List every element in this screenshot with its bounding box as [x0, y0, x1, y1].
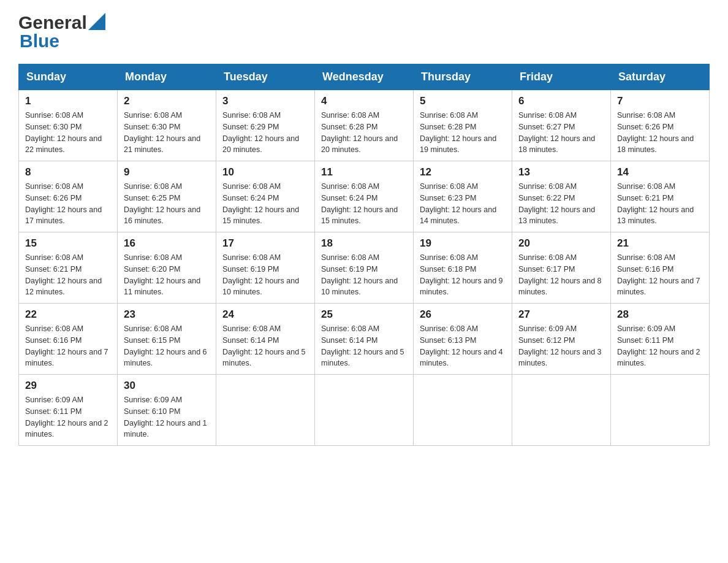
logo-general-text: General — [18, 12, 87, 33]
day-number: 14 — [617, 166, 703, 178]
day-cell: 27 Sunrise: 6:09 AMSunset: 6:12 PMDaylig… — [512, 304, 611, 375]
day-cell: 16 Sunrise: 6:08 AMSunset: 6:20 PMDaylig… — [118, 232, 216, 304]
weekday-header-thursday: Thursday — [414, 64, 512, 90]
week-row-4: 22 Sunrise: 6:08 AMSunset: 6:16 PMDaylig… — [19, 304, 710, 375]
week-row-5: 29 Sunrise: 6:09 AMSunset: 6:11 PMDaylig… — [19, 375, 710, 446]
day-cell: 2 Sunrise: 6:08 AMSunset: 6:30 PMDayligh… — [118, 90, 216, 161]
svg-marker-0 — [88, 13, 105, 30]
day-cell: 13 Sunrise: 6:08 AMSunset: 6:22 PMDaylig… — [512, 161, 611, 232]
day-info: Sunrise: 6:08 AMSunset: 6:16 PMDaylight:… — [617, 253, 700, 296]
weekday-header-sunday: Sunday — [19, 64, 118, 90]
day-cell: 5 Sunrise: 6:08 AMSunset: 6:28 PMDayligh… — [414, 90, 512, 161]
logo-triangle-icon — [88, 13, 105, 30]
weekday-header-tuesday: Tuesday — [216, 64, 315, 90]
day-number: 11 — [321, 166, 407, 178]
day-info: Sunrise: 6:09 AMSunset: 6:11 PMDaylight:… — [25, 396, 108, 439]
day-cell: 6 Sunrise: 6:08 AMSunset: 6:27 PMDayligh… — [512, 90, 611, 161]
weekday-header-saturday: Saturday — [611, 64, 710, 90]
day-number: 16 — [124, 237, 210, 250]
day-cell: 1 Sunrise: 6:08 AMSunset: 6:30 PMDayligh… — [19, 90, 118, 161]
weekday-header-wednesday: Wednesday — [315, 64, 414, 90]
day-number: 25 — [321, 308, 407, 321]
day-info: Sunrise: 6:08 AMSunset: 6:19 PMDaylight:… — [321, 253, 398, 296]
day-info: Sunrise: 6:08 AMSunset: 6:16 PMDaylight:… — [25, 324, 108, 367]
day-cell: 3 Sunrise: 6:08 AMSunset: 6:29 PMDayligh… — [216, 90, 315, 161]
day-cell: 17 Sunrise: 6:08 AMSunset: 6:19 PMDaylig… — [216, 232, 315, 304]
day-cell: 11 Sunrise: 6:08 AMSunset: 6:24 PMDaylig… — [315, 161, 414, 232]
day-cell: 20 Sunrise: 6:08 AMSunset: 6:17 PMDaylig… — [512, 232, 611, 304]
day-info: Sunrise: 6:08 AMSunset: 6:28 PMDaylight:… — [321, 111, 398, 154]
day-number: 24 — [222, 308, 308, 321]
day-info: Sunrise: 6:08 AMSunset: 6:20 PMDaylight:… — [124, 253, 200, 296]
day-cell: 10 Sunrise: 6:08 AMSunset: 6:24 PMDaylig… — [216, 161, 315, 232]
day-number: 15 — [25, 237, 111, 250]
day-number: 6 — [518, 95, 604, 107]
weekday-header-row: SundayMondayTuesdayWednesdayThursdayFrid… — [19, 64, 710, 90]
day-number: 23 — [124, 308, 210, 321]
day-cell: 7 Sunrise: 6:08 AMSunset: 6:26 PMDayligh… — [611, 90, 710, 161]
day-number: 30 — [124, 380, 210, 392]
logo-blue-text: Blue — [20, 31, 59, 52]
day-cell: 12 Sunrise: 6:08 AMSunset: 6:23 PMDaylig… — [414, 161, 512, 232]
day-number: 20 — [518, 237, 604, 250]
day-info: Sunrise: 6:08 AMSunset: 6:24 PMDaylight:… — [321, 182, 398, 225]
day-number: 1 — [25, 95, 111, 107]
logo: General Blue — [18, 12, 105, 52]
day-number: 4 — [321, 95, 407, 107]
day-number: 13 — [518, 166, 604, 178]
day-number: 12 — [420, 166, 506, 178]
day-info: Sunrise: 6:08 AMSunset: 6:24 PMDaylight:… — [222, 182, 299, 225]
day-cell: 14 Sunrise: 6:08 AMSunset: 6:21 PMDaylig… — [611, 161, 710, 232]
day-cell: 30 Sunrise: 6:09 AMSunset: 6:10 PMDaylig… — [118, 375, 216, 446]
day-number: 2 — [124, 95, 210, 107]
day-info: Sunrise: 6:08 AMSunset: 6:17 PMDaylight:… — [518, 253, 602, 296]
day-info: Sunrise: 6:09 AMSunset: 6:12 PMDaylight:… — [518, 324, 602, 367]
day-number: 21 — [617, 237, 703, 250]
day-info: Sunrise: 6:08 AMSunset: 6:14 PMDaylight:… — [321, 324, 404, 367]
day-cell: 24 Sunrise: 6:08 AMSunset: 6:14 PMDaylig… — [216, 304, 315, 375]
day-info: Sunrise: 6:08 AMSunset: 6:26 PMDaylight:… — [25, 182, 102, 225]
day-cell: 29 Sunrise: 6:09 AMSunset: 6:11 PMDaylig… — [19, 375, 118, 446]
day-number: 26 — [420, 308, 506, 321]
day-cell — [512, 375, 611, 446]
day-info: Sunrise: 6:08 AMSunset: 6:29 PMDaylight:… — [222, 111, 299, 154]
day-info: Sunrise: 6:08 AMSunset: 6:15 PMDaylight:… — [124, 324, 207, 367]
day-number: 8 — [25, 166, 111, 178]
day-number: 3 — [222, 95, 308, 107]
day-cell: 8 Sunrise: 6:08 AMSunset: 6:26 PMDayligh… — [19, 161, 118, 232]
week-row-1: 1 Sunrise: 6:08 AMSunset: 6:30 PMDayligh… — [19, 90, 710, 161]
day-cell: 9 Sunrise: 6:08 AMSunset: 6:25 PMDayligh… — [118, 161, 216, 232]
day-number: 17 — [222, 237, 308, 250]
day-info: Sunrise: 6:08 AMSunset: 6:14 PMDaylight:… — [222, 324, 306, 367]
week-row-2: 8 Sunrise: 6:08 AMSunset: 6:26 PMDayligh… — [19, 161, 710, 232]
day-cell: 26 Sunrise: 6:08 AMSunset: 6:13 PMDaylig… — [414, 304, 512, 375]
day-info: Sunrise: 6:08 AMSunset: 6:27 PMDaylight:… — [518, 111, 595, 154]
day-cell — [216, 375, 315, 446]
day-number: 28 — [617, 308, 703, 321]
day-number: 10 — [222, 166, 308, 178]
day-number: 29 — [25, 380, 111, 392]
day-info: Sunrise: 6:08 AMSunset: 6:21 PMDaylight:… — [25, 253, 102, 296]
day-info: Sunrise: 6:09 AMSunset: 6:10 PMDaylight:… — [124, 396, 207, 439]
day-cell: 22 Sunrise: 6:08 AMSunset: 6:16 PMDaylig… — [19, 304, 118, 375]
day-cell — [315, 375, 414, 446]
day-cell — [611, 375, 710, 446]
day-info: Sunrise: 6:08 AMSunset: 6:25 PMDaylight:… — [124, 182, 200, 225]
day-number: 18 — [321, 237, 407, 250]
day-info: Sunrise: 6:08 AMSunset: 6:22 PMDaylight:… — [518, 182, 595, 225]
day-info: Sunrise: 6:08 AMSunset: 6:30 PMDaylight:… — [25, 111, 102, 154]
day-cell: 18 Sunrise: 6:08 AMSunset: 6:19 PMDaylig… — [315, 232, 414, 304]
day-number: 27 — [518, 308, 604, 321]
day-info: Sunrise: 6:08 AMSunset: 6:26 PMDaylight:… — [617, 111, 694, 154]
day-info: Sunrise: 6:08 AMSunset: 6:13 PMDaylight:… — [420, 324, 503, 367]
day-cell: 23 Sunrise: 6:08 AMSunset: 6:15 PMDaylig… — [118, 304, 216, 375]
weekday-header-friday: Friday — [512, 64, 611, 90]
day-info: Sunrise: 6:08 AMSunset: 6:19 PMDaylight:… — [222, 253, 299, 296]
day-number: 5 — [420, 95, 506, 107]
day-cell: 19 Sunrise: 6:08 AMSunset: 6:18 PMDaylig… — [414, 232, 512, 304]
day-info: Sunrise: 6:08 AMSunset: 6:28 PMDaylight:… — [420, 111, 496, 154]
day-cell: 21 Sunrise: 6:08 AMSunset: 6:16 PMDaylig… — [611, 232, 710, 304]
week-row-3: 15 Sunrise: 6:08 AMSunset: 6:21 PMDaylig… — [19, 232, 710, 304]
day-cell: 15 Sunrise: 6:08 AMSunset: 6:21 PMDaylig… — [19, 232, 118, 304]
day-cell: 28 Sunrise: 6:09 AMSunset: 6:11 PMDaylig… — [611, 304, 710, 375]
